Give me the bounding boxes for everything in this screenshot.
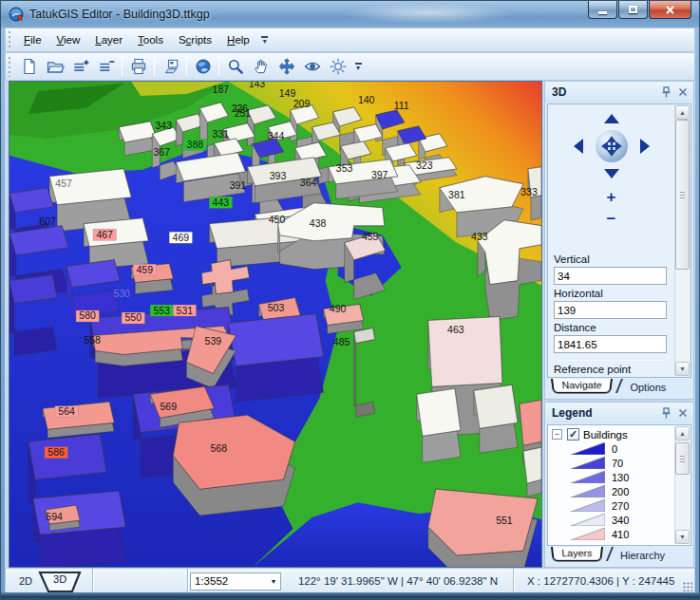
pin-button[interactable] [659,85,672,99]
toolbar-overflow-button[interactable]: ▾ [352,63,364,70]
layer-checkbox[interactable]: ✓ [567,428,579,441]
pin-button[interactable] [659,406,672,420]
building-roof[interactable] [520,400,541,445]
menu-view[interactable]: View [49,31,88,48]
scroll-down-icon[interactable]: ▼ [675,530,690,544]
building-label: 381 [448,190,465,200]
building-label: 393 [270,171,287,181]
legend-entry[interactable]: 340 [571,513,674,527]
app-window: TatukGIS Editor - Building3D.ttkgp FileV… [0,0,700,600]
layer-row-buildings[interactable]: − ✓ Buildings [548,425,691,441]
scroll-up-icon[interactable]: ▲ [675,426,690,441]
zoom-in-button[interactable]: + [607,190,616,204]
tilt-down-button[interactable] [604,169,619,178]
vertical-label: Vertical [554,253,667,265]
legend-scrollbar[interactable]: ▲ ▼ [674,426,690,544]
minimize-icon [598,11,607,14]
menu-bar: FileViewLayerToolsScriptsHelp ▾ [5,28,695,52]
new-document-icon [20,57,39,76]
legend-entry[interactable]: 270 [571,498,674,513]
main-area: 1871431492262091401112513433313443883673… [5,81,695,568]
building-label: 457 [55,178,72,189]
menu-tools[interactable]: Tools [130,31,171,48]
maximize-button[interactable] [618,1,648,19]
scroll-down-icon[interactable]: ▼ [675,362,690,376]
new-button[interactable] [16,54,42,79]
zoom-out-button[interactable]: − [607,212,616,226]
pan-button[interactable] [248,54,274,79]
zoom-button[interactable] [222,54,248,79]
panel-close-button[interactable] [676,85,690,99]
close-button[interactable] [649,1,691,19]
full-extent-button[interactable] [274,54,299,79]
legend-entry[interactable]: 200 [571,484,674,498]
tab-options[interactable]: Options [620,379,673,393]
menu-overflow-button[interactable]: ▾ [259,36,271,44]
building-roof[interactable] [428,317,502,387]
vertical-input[interactable] [554,267,667,285]
reference-point-select[interactable]: on DEM ▼ [554,377,667,378]
nav-sphere[interactable] [596,130,628,162]
panel-3d-tabs: Navigate Options [545,379,693,399]
building-roof[interactable] [417,388,461,436]
panel-close-button[interactable] [676,406,690,420]
toolbar-separator [218,57,219,76]
world-button[interactable] [190,54,216,79]
building-roof[interactable] [474,384,518,428]
building-roof[interactable] [228,314,323,366]
lighting-button[interactable] [325,54,350,79]
building-label: 353 [336,163,353,174]
menu-file[interactable]: File [16,31,49,48]
building-label: 503 [268,303,285,313]
title-bar[interactable]: TatukGIS Editor - Building3D.ttkgp [1,1,699,28]
scale-combo[interactable]: 1:3552 ▼ [190,572,281,591]
tab-navigate[interactable]: Navigate [551,379,613,394]
print-preview-button[interactable] [158,54,183,79]
building-label: 550 [124,313,142,324]
visibility-button[interactable] [299,54,325,79]
rotate-left-button[interactable] [574,139,583,154]
legend-entry[interactable]: 130 [571,470,674,484]
legend-entry[interactable]: 70 [571,456,674,470]
distance-input[interactable] [554,335,667,353]
scroll-thumb[interactable] [675,442,690,475]
map-3d-view[interactable]: 1871431492262091401112513433313443883673… [9,82,541,567]
xy-readout: X : 1272770.4306 | Y : 247445 [514,569,694,593]
tab-2d[interactable]: 2D [19,575,32,587]
menu-layer[interactable]: Layer [87,31,130,48]
building-label: 149 [279,88,296,99]
tilt-up-button[interactable] [604,114,619,123]
tab-layers[interactable]: Layers [551,547,603,562]
tab-3d[interactable]: 3D [38,572,82,593]
menu-scripts[interactable]: Scripts [171,31,219,48]
legend-entry[interactable]: 410 [571,527,674,541]
toolbar-grip[interactable] [8,56,12,77]
building-label: 558 [84,335,101,346]
legend-entry[interactable]: 0 [571,441,674,456]
minimize-button[interactable] [588,1,617,19]
scroll-up-icon[interactable]: ▲ [675,105,690,120]
map-viewport[interactable]: 1871431492262091401112513433313443883673… [9,81,542,568]
building-label: 331 [213,129,230,140]
panel-3d-scrollbar[interactable]: ▲ ▼ [674,105,690,376]
remove-layer-button[interactable] [93,54,119,79]
horizontal-input[interactable] [554,301,667,319]
tab-hierarchy[interactable]: Hierarchy [611,547,672,561]
building-label: 580 [79,311,96,322]
menu-grip[interactable] [8,30,12,48]
rotate-right-button[interactable] [640,139,650,154]
add-layer-button[interactable] [67,54,93,79]
resize-grip[interactable] [683,582,692,591]
toolbar-separator [122,57,123,76]
print-button[interactable] [125,54,151,79]
legend-value: 200 [612,486,629,497]
collapse-icon[interactable]: − [552,429,562,440]
scroll-thumb[interactable] [675,120,690,270]
open-button[interactable] [42,54,67,79]
chevron-down-icon[interactable]: ▼ [267,578,280,585]
sun-icon [329,57,348,76]
menu-help[interactable]: Help [219,31,257,48]
panel-legend-title: Legend [552,406,593,420]
building-label: 531 [177,306,194,316]
building-label: 539 [205,336,222,347]
